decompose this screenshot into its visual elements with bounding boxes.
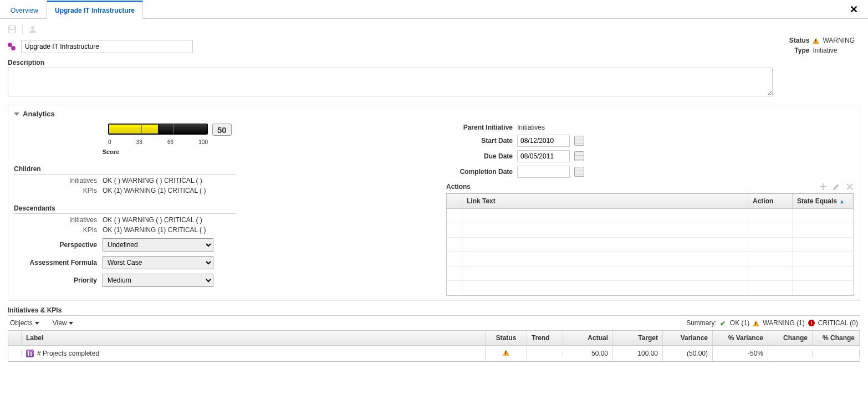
- kpi-col-pct-change[interactable]: % Change: [813, 331, 860, 345]
- summary-bar: Summary: ✔OK (1) WARNING (1) !CRITICAL (…: [686, 319, 858, 327]
- calendar-icon[interactable]: [574, 167, 584, 177]
- completion-date-input[interactable]: [517, 166, 570, 178]
- kpi-row-status: [486, 346, 527, 361]
- plus-icon[interactable]: [819, 182, 828, 191]
- kpi-row[interactable]: # Projects completed 50.00 100.00 (50.00…: [8, 346, 860, 361]
- perspective-label: Perspective: [14, 241, 103, 249]
- kpi-col-trend[interactable]: Trend: [527, 331, 563, 345]
- children-initiatives-value: OK ( ) WARNING ( ) CRITICAL ( ): [103, 177, 424, 184]
- children-kpis-value: OK (1) WARNING (1) CRITICAL ( ): [103, 187, 424, 194]
- score-value: 50: [212, 124, 232, 136]
- delete-icon[interactable]: [845, 182, 854, 191]
- descendants-kpis-value: OK (1) WARNING (1) CRITICAL ( ): [103, 226, 424, 234]
- summary-warning: WARNING (1): [763, 319, 805, 327]
- kpi-row-target: 100.00: [613, 346, 663, 361]
- svg-rect-2: [10, 26, 14, 29]
- warning-icon: [813, 38, 819, 44]
- descendants-initiatives-label: Initiatives: [14, 216, 103, 224]
- children-initiatives-label: Initiatives: [14, 177, 103, 184]
- children-header: Children: [14, 165, 236, 175]
- kpi-col-status[interactable]: Status: [486, 331, 527, 345]
- actions-row-empty[interactable]: [447, 281, 854, 295]
- kpi-col-change[interactable]: Change: [768, 331, 813, 345]
- toolbar: [0, 19, 868, 37]
- summary-critical: CRITICAL (0): [818, 319, 858, 327]
- kpi-col-variance[interactable]: Variance: [663, 331, 713, 345]
- formula-select[interactable]: Worst Case: [103, 256, 213, 269]
- kpi-col-label[interactable]: Label: [22, 331, 486, 345]
- start-date-label: Start Date: [446, 137, 513, 145]
- critical-icon: !: [808, 320, 815, 326]
- actions-grid: Link Text Action State Equals▲: [446, 193, 854, 296]
- title-input[interactable]: [21, 40, 193, 53]
- kpi-row-pct-change: [813, 350, 860, 357]
- analytics-right: Parent Initiative Initiatives Start Date…: [446, 124, 854, 296]
- meta-panel: Status WARNING Type Initiative: [782, 37, 855, 57]
- svg-rect-1: [9, 30, 15, 33]
- actions-row-empty[interactable]: [447, 209, 854, 223]
- type-label: Type: [782, 47, 809, 54]
- warning-icon: [503, 350, 509, 356]
- type-value: Initiative: [813, 47, 837, 54]
- chevron-down-icon: [69, 322, 73, 325]
- kpi-col-pct-variance[interactable]: % Variance: [713, 331, 768, 345]
- score-gauge: [108, 124, 208, 135]
- actions-col-link[interactable]: Link Text: [462, 194, 748, 208]
- view-menu[interactable]: View: [53, 319, 74, 327]
- save-icon[interactable]: [8, 25, 17, 34]
- actions-row-empty[interactable]: [447, 238, 854, 252]
- user-icon[interactable]: [28, 25, 37, 34]
- kpi-row-trend: [527, 350, 563, 357]
- descendants-header: Descendants: [14, 204, 236, 214]
- tab-upgrade-it[interactable]: Upgrade IT Infrastructure: [47, 1, 143, 19]
- axis-tick-0: 0: [108, 139, 111, 145]
- priority-select[interactable]: Medium: [103, 274, 213, 287]
- perspective-select[interactable]: Undefined: [103, 238, 213, 252]
- objects-menu[interactable]: Objects: [10, 319, 39, 327]
- initiatives-kpis-header: Initiatives & KPIs: [8, 306, 860, 316]
- kpi-row-handle[interactable]: [8, 350, 22, 357]
- ok-icon: ✔: [720, 320, 727, 326]
- parent-initiative-label: Parent Initiative: [446, 124, 513, 131]
- due-date-input[interactable]: [517, 150, 570, 162]
- completion-date-label: Completion Date: [446, 168, 513, 176]
- status-label: Status: [782, 37, 809, 44]
- due-date-label: Due Date: [446, 152, 513, 160]
- tab-overview[interactable]: Overview: [2, 2, 47, 19]
- actions-col-action[interactable]: Action: [748, 194, 793, 208]
- actions-row-empty[interactable]: [447, 223, 854, 238]
- actions-col-state[interactable]: State Equals▲: [793, 194, 854, 208]
- axis-tick-33: 33: [136, 139, 142, 145]
- summary-label: Summary:: [686, 319, 717, 327]
- initiatives-kpis-toolbar: Objects View Summary: ✔OK (1) WARNING (1…: [8, 316, 860, 330]
- analytics-title: Analytics: [23, 110, 55, 118]
- children-kpis-label: KPIs: [14, 187, 103, 194]
- close-icon[interactable]: ✕: [850, 3, 858, 16]
- start-date-input[interactable]: [517, 135, 570, 147]
- svg-point-3: [31, 26, 34, 29]
- description-textarea[interactable]: [8, 68, 773, 96]
- analytics-header[interactable]: Analytics: [14, 110, 854, 118]
- initiative-icon: [8, 43, 17, 50]
- kpi-col-target[interactable]: Target: [613, 331, 663, 345]
- description-label: Description: [8, 59, 860, 66]
- actions-row-empty[interactable]: [447, 252, 854, 266]
- kpi-col-handle: [8, 331, 22, 345]
- calendar-icon[interactable]: [574, 151, 584, 161]
- descendants-initiatives-value: OK ( ) WARNING ( ) CRITICAL ( ): [103, 216, 424, 224]
- calendar-icon[interactable]: [574, 136, 584, 146]
- kpi-icon: [26, 350, 34, 357]
- parent-initiative-value: Initiatives: [517, 124, 545, 131]
- axis-tick-66: 66: [167, 139, 173, 145]
- kpi-col-actual[interactable]: Actual: [563, 331, 613, 345]
- actions-header: Actions: [446, 182, 854, 191]
- priority-label: Priority: [14, 276, 103, 284]
- score-label: Score: [14, 148, 208, 155]
- separator: [22, 24, 23, 34]
- actions-row-empty[interactable]: [447, 266, 854, 281]
- edit-icon[interactable]: [832, 182, 841, 191]
- tab-bar: Overview Upgrade IT Infrastructure ✕: [0, 0, 868, 19]
- axis-tick-100: 100: [198, 139, 208, 145]
- analytics-panel: Analytics 50 0 33 66 100 Score Children …: [8, 105, 860, 301]
- actions-title: Actions: [446, 183, 471, 191]
